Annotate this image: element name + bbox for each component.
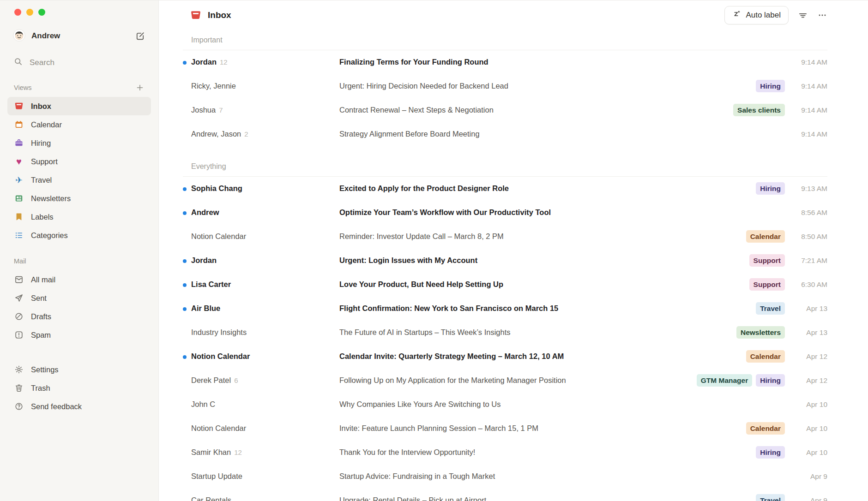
email-row[interactable]: Andrew, Jason2Strategy Alignment Before … — [183, 122, 827, 146]
minimize-window-button[interactable] — [26, 9, 33, 16]
email-row[interactable]: Air BlueFlight Confirmation: New York to… — [183, 297, 827, 321]
window-controls — [14, 9, 151, 16]
sidebar-item-all-mail[interactable]: All mail — [7, 270, 151, 289]
sidebar-item-spam[interactable]: Spam — [7, 326, 151, 344]
label-chip-newsletters[interactable]: Newsletters — [736, 326, 785, 339]
unread-dot — [183, 209, 191, 217]
email-row[interactable]: Car RentalsUpgrade: Rental Details – Pic… — [183, 489, 827, 501]
email-sender: John C — [191, 400, 339, 409]
sidebar-item-categories[interactable]: Categories — [7, 226, 151, 245]
email-sender: Samir Khan12 — [191, 448, 339, 457]
email-sender: Sophia Chang — [191, 184, 339, 193]
email-row[interactable]: Notion CalendarInvite: Feature Launch Pl… — [183, 417, 827, 441]
account-row[interactable]: Andrew — [7, 27, 151, 45]
sidebar-item-label: Support — [31, 157, 58, 166]
search-input[interactable]: Search — [7, 54, 151, 72]
email-sender: Andrew, Jason2 — [191, 130, 339, 138]
sidebar-item-label: Hiring — [31, 139, 51, 148]
sidebar-item-drafts[interactable]: Drafts — [7, 307, 151, 326]
email-time: 9:13 AM — [785, 185, 827, 193]
label-chip-support[interactable]: Support — [749, 254, 785, 267]
sidebar-item-send-feedback[interactable]: Send feedback — [7, 397, 151, 416]
auto-label-button[interactable]: Auto label — [724, 6, 789, 24]
email-sender: Car Rentals — [191, 496, 339, 501]
email-time: 9:14 AM — [785, 82, 827, 90]
sidebar-item-sent[interactable]: Sent — [7, 289, 151, 307]
email-row[interactable]: John CWhy Companies Like Yours Are Switc… — [183, 393, 827, 417]
thread-count: 2 — [244, 130, 248, 138]
label-chip-hiring[interactable]: Hiring — [756, 446, 785, 459]
email-subject: Contract Renewal – Next Steps & Negotiat… — [339, 106, 733, 114]
heart-icon: ♥ — [14, 157, 24, 166]
sidebar-item-support[interactable]: ♥Support — [7, 152, 151, 171]
unread-dot — [183, 280, 191, 289]
label-chip-calendar[interactable]: Calendar — [746, 230, 785, 243]
sidebar-item-travel[interactable]: ✈Travel — [7, 171, 151, 189]
email-row[interactable]: Ricky, JennieUrgent: Hiring Decision Nee… — [183, 74, 827, 98]
main-area: Inbox Auto label ImportantJordan12Finali… — [159, 0, 868, 501]
email-subject: Reminder: Investor Update Call – March 8… — [339, 232, 746, 241]
spam-icon — [14, 330, 24, 340]
label-chip-gtm-manager[interactable]: GTM Manager — [697, 374, 752, 387]
label-chip-hiring[interactable]: Hiring — [756, 182, 785, 195]
sidebar-item-label: Spam — [31, 331, 51, 340]
sidebar-item-trash[interactable]: Trash — [7, 379, 151, 397]
help-icon — [14, 402, 24, 411]
label-chip-calendar[interactable]: Calendar — [746, 422, 785, 435]
email-time: Apr 10 — [785, 424, 827, 433]
email-time: Apr 10 — [785, 400, 827, 409]
email-labels: Support — [749, 278, 785, 291]
email-sender: Lisa Carter — [191, 280, 339, 289]
email-sender: Andrew — [191, 208, 339, 217]
label-chip-calendar[interactable]: Calendar — [746, 350, 785, 363]
page-title: Inbox — [208, 10, 231, 20]
sidebar-item-settings[interactable]: Settings — [7, 360, 151, 379]
sidebar-item-newsletters[interactable]: Newsletters — [7, 189, 151, 208]
label-chip-sales-clients[interactable]: Sales clients — [733, 104, 785, 116]
email-row[interactable]: Notion CalendarReminder: Investor Update… — [183, 225, 827, 249]
email-sender: Joshua7 — [191, 106, 339, 114]
label-chip-support[interactable]: Support — [749, 278, 785, 291]
email-row[interactable]: Derek Patel6Following Up on My Applicati… — [183, 369, 827, 393]
label-chip-travel[interactable]: Travel — [756, 494, 785, 501]
label-chip-hiring[interactable]: Hiring — [756, 374, 785, 387]
email-row[interactable]: Notion CalendarCalendar Invite: Quarterl… — [183, 345, 827, 369]
label-chip-hiring[interactable]: Hiring — [756, 80, 785, 92]
email-subject: Flight Confirmation: New York to San Fra… — [339, 304, 756, 313]
email-row[interactable]: Startup UpdateStartup Advice: Fundraisin… — [183, 465, 827, 489]
email-time: 9:14 AM — [785, 58, 827, 66]
label-chip-travel[interactable]: Travel — [756, 302, 785, 315]
email-row[interactable]: Industry InsightsThe Future of AI in Sta… — [183, 321, 827, 345]
more-icon[interactable] — [817, 10, 827, 20]
filter-icon[interactable] — [798, 10, 808, 20]
email-row[interactable]: JordanUrgent: Login Issues with My Accou… — [183, 249, 827, 273]
email-row[interactable]: Lisa CarterLove Your Product, But Need H… — [183, 273, 827, 297]
email-subject: Following Up on My Application for the M… — [339, 376, 697, 385]
email-time: Apr 12 — [785, 352, 827, 361]
email-sender: Jordan — [191, 256, 339, 265]
email-subject: Thank You for the Interview Opportunity! — [339, 448, 756, 457]
email-labels: Calendar — [746, 350, 785, 363]
email-labels: Newsletters — [736, 326, 785, 339]
email-sender: Derek Patel6 — [191, 376, 339, 385]
compose-button[interactable] — [133, 30, 146, 42]
email-row[interactable]: AndrewOptimize Your Team’s Workflow with… — [183, 201, 827, 225]
email-sender: Air Blue — [191, 304, 339, 313]
add-view-button[interactable] — [133, 81, 146, 94]
email-row[interactable]: Joshua7Contract Renewal – Next Steps & N… — [183, 98, 827, 122]
drafts-icon — [14, 312, 24, 321]
email-row[interactable]: Sophia ChangExcited to Apply for the Pro… — [183, 177, 827, 201]
search-placeholder: Search — [30, 58, 54, 67]
email-time: Apr 12 — [785, 376, 827, 385]
zoom-window-button[interactable] — [38, 9, 45, 16]
sidebar-item-inbox[interactable]: Inbox — [7, 97, 151, 115]
email-row[interactable]: Samir Khan12Thank You for the Interview … — [183, 441, 827, 465]
email-subject: Love Your Product, But Need Help Setting… — [339, 280, 749, 289]
close-window-button[interactable] — [14, 9, 21, 16]
sidebar-item-calendar[interactable]: Calendar — [7, 115, 151, 134]
sidebar-item-labels[interactable]: Labels — [7, 208, 151, 226]
email-row[interactable]: Jordan12Finalizing Terms for Your Fundin… — [183, 50, 827, 74]
gear-icon — [14, 365, 24, 374]
sidebar-item-hiring[interactable]: Hiring — [7, 134, 151, 152]
email-subject: Urgent: Hiring Decision Needed for Backe… — [339, 82, 756, 90]
